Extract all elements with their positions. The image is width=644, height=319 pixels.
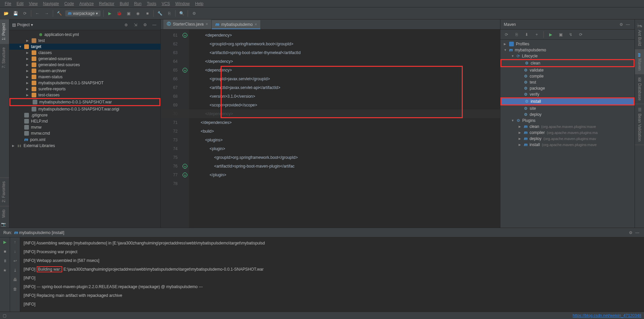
tree-item[interactable]: ▶maven-archiver <box>9 68 160 74</box>
run-icon[interactable]: ▶ <box>106 10 113 17</box>
tree-item[interactable]: ▶generated-test-sources <box>9 62 160 68</box>
stop-icon[interactable]: ■ <box>144 10 151 17</box>
gear-icon[interactable]: ⚙ <box>627 229 634 236</box>
maven-item-deploy[interactable]: ▶mdeploy (org.apache.maven.plugins:mav <box>500 136 635 142</box>
down-icon[interactable]: ↓ <box>12 248 18 255</box>
maven-item-compiler[interactable]: ▶mcompiler (org.apache.maven.plugins:ma <box>500 130 635 136</box>
tab-mybatispulsdemo[interactable]: m mybatispulsdemo × <box>212 20 260 29</box>
tree-item[interactable]: mybatispulsdemo-0.0.1-SNAPSHOT.war.origi <box>9 106 160 112</box>
console-output[interactable]: [INFO] Assembling webapp [mybatispulsdem… <box>20 228 644 312</box>
sync-icon[interactable]: ⟳ <box>22 10 28 17</box>
maven-item-package[interactable]: ⚙package <box>500 85 635 91</box>
tab-project[interactable]: 1: Project <box>0 19 9 44</box>
maven-item-site[interactable]: ⚙site <box>500 105 635 111</box>
maven-item-Lifecycle[interactable]: ▼⟳Lifecycle <box>500 53 635 59</box>
tree-item[interactable]: ▶maven-status <box>9 74 160 80</box>
gear-icon[interactable]: ⚙ <box>618 21 624 28</box>
add-icon[interactable]: + <box>533 31 540 38</box>
menu-window[interactable]: Window <box>173 1 192 7</box>
stop-icon[interactable]: ■ <box>2 248 8 255</box>
maven-item-clean[interactable]: ▶mclean (org.apache.maven.plugins:mave <box>500 124 635 130</box>
tree-item[interactable]: ▶⫾⫾External Libraries <box>9 143 160 149</box>
status-url[interactable]: https://blog.csdn.net/weixin_47120348 <box>573 313 641 318</box>
select-opened-icon[interactable]: ⊕ <box>123 21 129 28</box>
save-icon[interactable]: 💾 <box>12 10 19 17</box>
back-icon[interactable]: ← <box>34 10 41 17</box>
maven-item-test[interactable]: ⚙test <box>500 79 635 85</box>
tree-item[interactable]: ▼target <box>9 44 160 50</box>
pause-icon[interactable]: ⏸ <box>2 258 8 264</box>
profile-icon[interactable]: ◉ <box>135 10 141 17</box>
tab-maven[interactable]: mMaven <box>635 50 644 74</box>
maven-item-deploy[interactable]: ⚙deploy <box>500 111 635 118</box>
hide-icon[interactable]: — <box>624 21 631 28</box>
close-icon[interactable]: × <box>255 22 257 27</box>
gear-icon[interactable]: ⚙ <box>142 21 148 28</box>
menu-analyze[interactable]: Analyze <box>77 1 96 7</box>
tree-item[interactable]: ▶surefire-reports <box>9 86 160 92</box>
build-icon[interactable]: 🔨 <box>56 10 63 17</box>
offline-icon[interactable]: ⟳ <box>577 31 584 38</box>
menu-code[interactable]: Code <box>62 1 76 7</box>
tree-item[interactable]: mybatispulsdemo-0.0.1-SNAPSHOT.war <box>9 98 160 106</box>
tab-ant[interactable]: 🐜Ant Build <box>635 19 644 50</box>
menu-vcs[interactable]: VCS <box>160 1 172 7</box>
maven-item-clean[interactable]: ⚙clean <box>500 59 635 67</box>
camera-icon[interactable]: 📷 <box>0 221 7 228</box>
hide-icon[interactable]: — <box>151 21 158 28</box>
menu-tools[interactable]: Tools <box>145 1 158 7</box>
tab-favorites[interactable]: 2: Favorites <box>0 178 9 206</box>
maven-item-verify[interactable]: ⚙verify <box>500 91 635 97</box>
tab-web[interactable]: Web <box>0 206 9 221</box>
menu-build[interactable]: Build <box>118 1 131 7</box>
maven-item-install[interactable]: ▶minstall (org.apache.maven.plugins:mave <box>500 142 635 148</box>
tree-item[interactable]: HELP.md <box>9 118 160 124</box>
maven-item-install[interactable]: ⚙install <box>500 97 635 105</box>
debug-icon[interactable]: 🐞 <box>116 10 122 17</box>
run-maven-icon[interactable]: ▶ <box>547 31 554 38</box>
search-icon[interactable]: 🔍 <box>178 10 185 17</box>
tree-item[interactable]: ⊗application-test.yml <box>9 32 160 38</box>
up-icon[interactable]: ↑ <box>12 239 18 245</box>
run-config-dropdown[interactable]: m warpackage ▾ <box>65 10 101 16</box>
toggle-icon[interactable]: ↯ <box>567 31 574 38</box>
menu-navigate[interactable]: Navigate <box>41 1 61 7</box>
maven-tree[interactable]: ▶Profiles▼mmybatispulsdemo▼⟳Lifecycle⚙cl… <box>500 40 635 228</box>
open-icon[interactable]: 📂 <box>3 10 9 17</box>
vcs-commit-icon[interactable]: ⎘ <box>166 10 173 17</box>
maven-item-mybatispulsdemo[interactable]: ▼mmybatispulsdemo <box>500 47 635 53</box>
project-tree[interactable]: ⊗application-test.yml▶test▼target▶classe… <box>9 30 160 228</box>
maven-item-Profiles[interactable]: ▶Profiles <box>500 41 635 47</box>
star-icon[interactable]: ★ <box>2 267 8 274</box>
tree-item[interactable]: mvnw.cmd <box>9 130 160 136</box>
menu-help[interactable]: Help <box>193 1 205 7</box>
close-icon[interactable]: × <box>205 22 208 27</box>
print-icon[interactable]: 🖶 <box>12 276 18 283</box>
menu-refactor[interactable]: Refactor <box>97 1 116 7</box>
rerun-icon[interactable]: ▶ <box>2 239 8 245</box>
vcs-update-icon[interactable]: 🔧 <box>156 10 163 17</box>
tab-database[interactable]: 🗄Database <box>635 74 644 104</box>
download-icon[interactable]: ⬇ <box>523 31 530 38</box>
tab-starterclass[interactable]: Ⓒ StarterClass.java × <box>163 19 211 29</box>
tree-item[interactable]: ▶classes <box>9 50 160 56</box>
tree-item[interactable]: ▶generated-sources <box>9 56 160 62</box>
tree-item[interactable]: .gitignore <box>9 112 160 118</box>
tree-item[interactable]: mpom.xml <box>9 136 160 143</box>
trash-icon[interactable]: 🗑 <box>12 286 18 292</box>
coverage-icon[interactable]: ▣ <box>125 10 132 17</box>
menu-edit[interactable]: Edit <box>14 1 26 7</box>
forward-icon[interactable]: → <box>43 10 50 17</box>
reimport-icon[interactable]: ⟳ <box>503 31 510 38</box>
execute-icon[interactable]: ▣ <box>557 31 564 38</box>
tree-item[interactable]: ▶test <box>9 38 160 44</box>
maven-item-Plugins[interactable]: ▼⚙Plugins <box>500 118 635 124</box>
status-icon[interactable]: ▢ <box>3 313 6 318</box>
tree-item[interactable]: mvnw <box>9 124 160 130</box>
maven-item-validate[interactable]: ⚙validate <box>500 67 635 73</box>
wrap-icon[interactable]: ↩ <box>12 258 18 264</box>
hide-icon[interactable]: — <box>634 229 641 236</box>
tree-item[interactable]: ▶test-classes <box>9 92 160 98</box>
maven-item-compile[interactable]: ⚙compile <box>500 73 635 79</box>
settings-icon[interactable]: ⚙ <box>191 10 197 17</box>
